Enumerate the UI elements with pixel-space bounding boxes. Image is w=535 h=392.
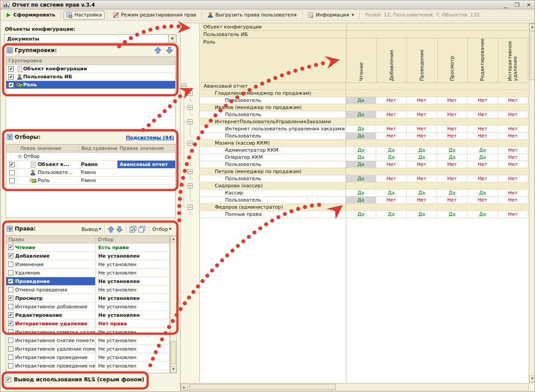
grid-value-cell[interactable]: Да <box>346 175 376 182</box>
tree-expander-icon[interactable] <box>188 119 193 124</box>
info-dropdown-button[interactable]: Информация▼ <box>305 11 357 20</box>
right-name-cell[interactable]: ✔Чтение <box>6 243 96 251</box>
grid-value-cell[interactable]: Да <box>406 190 437 196</box>
arrow-up-icon[interactable] <box>108 226 114 233</box>
grid-value-cell[interactable]: Нет <box>498 154 528 161</box>
filter-row[interactable]: ✔Объект к...РавноАвансовый отчет <box>6 161 175 169</box>
right-name-cell[interactable]: Интерактивное добавление <box>6 303 96 311</box>
scrollbar-thumb[interactable] <box>189 384 336 390</box>
tree-expander-icon[interactable] <box>188 141 193 145</box>
grid-value-cell[interactable]: Да <box>346 161 376 168</box>
rights-scrollbar[interactable]: ▲ ▼ <box>170 235 177 373</box>
grid-value-cell[interactable]: Да <box>346 97 376 104</box>
right-row[interactable]: ✔Интерактивное удалениеНет права <box>6 319 169 328</box>
grid-value-cell[interactable]: Да <box>376 211 406 218</box>
uncheck-all-icon[interactable] <box>138 226 145 233</box>
grid-value-cell[interactable]: Нет <box>406 175 437 182</box>
filter-row[interactable]: Пользовате...Равно <box>6 169 175 177</box>
grouping-checkbox[interactable]: ✔ <box>8 82 14 88</box>
grouping-row[interactable]: ✔Объект конфигурации <box>6 65 175 73</box>
grid-value-cell[interactable]: Да <box>346 111 376 118</box>
grid-leaf-row[interactable]: ПользовательДаНетНетНетНетНет <box>200 197 528 204</box>
grid-leaf-row[interactable]: ПользовательДаНетНетНетНетНет <box>200 97 528 104</box>
scroll-up-icon[interactable]: ▲ <box>529 24 535 30</box>
arrow-down-icon[interactable] <box>116 226 123 233</box>
grid-leaf-row[interactable]: КассирДаДаДаДаДаНет <box>200 190 528 197</box>
right-row[interactable]: ИзменениеНе установлен <box>6 260 169 269</box>
grid-value-cell[interactable]: Нет <box>406 161 437 168</box>
scroll-right-icon[interactable]: ▶ <box>181 384 188 390</box>
grid-value-cell[interactable]: Нет <box>437 175 467 182</box>
grid-column-header[interactable]: Интерактивное удаление <box>498 38 528 83</box>
grid-value-cell[interactable]: Нет <box>376 197 406 203</box>
filter-checkbox[interactable]: ✔ <box>9 162 15 167</box>
grid-vscrollbar[interactable]: ▲ ▼ <box>529 23 535 383</box>
grid-value-cell[interactable]: Нет <box>498 161 528 168</box>
grouping-row[interactable]: ✔Пользователь ИБ <box>6 73 175 81</box>
tree-expander-icon[interactable] <box>188 105 193 110</box>
grid-value-cell[interactable]: Нет <box>498 197 528 203</box>
tree-expander-icon[interactable] <box>188 91 193 96</box>
filter-dropdown-button[interactable]: Отбор▼ <box>152 226 171 232</box>
grid-value-cell[interactable]: Нет <box>437 97 467 104</box>
tree-expander-icon[interactable] <box>181 84 186 89</box>
grid-value-cell[interactable]: Нет <box>467 161 498 168</box>
grid-group-row[interactable]: Гладилина (менеджер по продажам) <box>200 90 528 97</box>
move-down-button[interactable] <box>166 47 173 55</box>
grid-value-cell[interactable]: Нет <box>498 190 528 196</box>
tree-expander-icon[interactable] <box>188 205 193 210</box>
tree-expander-icon[interactable] <box>188 183 193 188</box>
right-name-cell[interactable]: Интерактивное проведение неоп... <box>6 362 96 370</box>
right-name-cell[interactable]: Интерактивное проведение <box>6 353 96 361</box>
grid-value-cell[interactable]: Да <box>437 211 467 218</box>
grid-value-cell[interactable]: Нет <box>376 175 406 182</box>
right-name-cell[interactable]: ✔Просмотр <box>6 294 96 302</box>
grid-value-cell[interactable]: Да <box>467 190 498 196</box>
right-row[interactable]: ✔ПросмотрНе установлен <box>6 294 169 303</box>
grid-column-header[interactable]: Просмотр <box>438 38 468 83</box>
right-row[interactable]: Интерактивное добавлениеНе установлен <box>6 303 169 311</box>
grid-leaf-row[interactable]: ПользовательДаНетНетНетНетНет <box>200 161 528 168</box>
right-checkbox[interactable] <box>8 329 13 335</box>
grid-value-cell[interactable]: Да <box>437 190 467 196</box>
grid-leaf-row[interactable]: ПользовательДаНетНетНетНетНет <box>200 111 528 118</box>
right-checkbox[interactable]: ✔ <box>8 245 13 250</box>
grid-value-cell[interactable]: Да <box>376 154 406 161</box>
rls-checkbox[interactable]: ✔ <box>6 377 11 382</box>
right-row[interactable]: Интерактивное проведение неоп...Не устан… <box>6 362 169 370</box>
grid-value-cell[interactable]: Да <box>346 154 376 161</box>
right-checkbox[interactable] <box>8 338 13 343</box>
grid-value-cell[interactable]: Да <box>346 125 376 132</box>
grid-leaf-row[interactable]: Оператор ККМДаДаДаДаДаНет <box>200 154 528 161</box>
check-all-icon[interactable] <box>129 226 137 233</box>
settings-button[interactable]: Настройка <box>64 11 105 20</box>
minimize-icon[interactable]: _ <box>503 2 509 8</box>
restore-icon[interactable]: ❐ <box>514 2 520 8</box>
scroll-down-icon[interactable]: ▼ <box>170 366 177 373</box>
scroll-up-icon[interactable]: ▲ <box>170 236 177 242</box>
grid-leaf-row[interactable]: Администратор ККМДаДаДаДаДаНет <box>200 147 528 154</box>
scrollbar-thumb[interactable] <box>171 341 176 364</box>
grid-group-row[interactable]: Петров (менеджер по продажам) <box>200 168 528 175</box>
grouping-row[interactable]: ✔Роль <box>6 81 175 89</box>
grid-value-cell[interactable]: Нет <box>406 111 437 118</box>
grid-value-cell[interactable]: Нет <box>498 175 528 182</box>
grid-value-cell[interactable]: Нет <box>467 197 498 203</box>
grid-value-cell[interactable]: Нет <box>498 125 528 132</box>
subsystems-link[interactable]: Подсистемы (44) <box>126 135 174 141</box>
right-row[interactable]: Интерактивное удаление помече...Не устан… <box>6 345 169 353</box>
close-icon[interactable]: ✕ <box>526 2 532 8</box>
grid-value-cell[interactable]: Нет <box>467 125 498 132</box>
grid-group-row[interactable]: Сидорова (кассир) <box>200 182 528 190</box>
grid-leaf-row[interactable]: ПользовательДаНетНетНетНетНет <box>200 133 528 140</box>
output-dropdown-button[interactable]: Вывод▼ <box>81 226 101 232</box>
grid-value-cell[interactable]: Нет <box>467 133 498 139</box>
grid-value-cell[interactable]: Нет <box>376 97 406 104</box>
rls-checkbox-row[interactable]: ✔ Вывод использования RLS (серым фоном) <box>6 376 144 383</box>
grid-value-cell[interactable]: Да <box>346 133 376 139</box>
grid-column-header[interactable]: Чтение <box>346 38 377 83</box>
grid-value-cell[interactable]: Нет <box>437 111 467 118</box>
config-objects-combobox[interactable]: Документы ▼ <box>4 34 177 43</box>
chevron-down-icon[interactable]: ▼ <box>168 35 176 43</box>
grid-value-cell[interactable]: Нет <box>376 111 406 118</box>
